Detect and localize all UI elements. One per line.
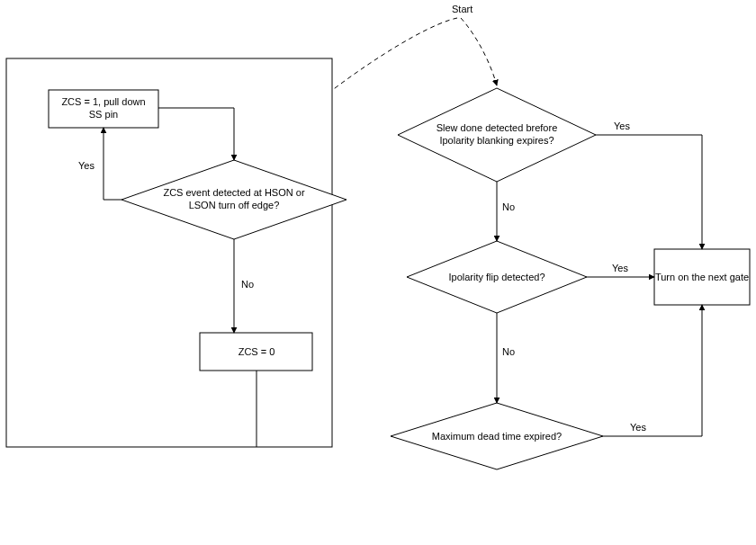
label-zcs-yes: Yes bbox=[78, 160, 94, 171]
decision-ipolarity-text: Ipolarity flip detected? bbox=[448, 272, 544, 282]
decision-slew-text-1: Slew done detected brefore bbox=[436, 122, 558, 133]
label-zcs-no: No bbox=[241, 279, 254, 290]
flowchart-svg: Start Slew done detected brefore Ipolari… bbox=[0, 0, 756, 545]
label-ipol-no: No bbox=[502, 346, 515, 357]
label-ipol-yes: Yes bbox=[612, 263, 628, 273]
process-turnon-text: Turn on the next gate bbox=[655, 272, 749, 282]
edge-maxdt-yes bbox=[603, 305, 702, 436]
decision-zcs-text-2: LSON turn off edge? bbox=[189, 200, 280, 210]
process-zcs1-text-1: ZCS = 1, pull down bbox=[61, 96, 145, 107]
label-slew-no: No bbox=[502, 201, 515, 212]
process-zcs1-text-2: SS pin bbox=[89, 109, 118, 120]
edge-slew-yes bbox=[596, 135, 702, 249]
start-label: Start bbox=[452, 4, 472, 14]
decision-maxdt-text: Maximum dead time expired? bbox=[432, 431, 562, 442]
label-slew-yes: Yes bbox=[614, 121, 630, 131]
label-maxdt-yes: Yes bbox=[630, 422, 646, 433]
edge-start-to-slew bbox=[461, 18, 497, 85]
decision-zcs-text-1: ZCS event detected at HSON or bbox=[163, 187, 304, 198]
process-zcs0-text: ZCS = 0 bbox=[238, 346, 275, 357]
decision-slew-text-2: Ipolarity blanking expires? bbox=[439, 135, 554, 146]
